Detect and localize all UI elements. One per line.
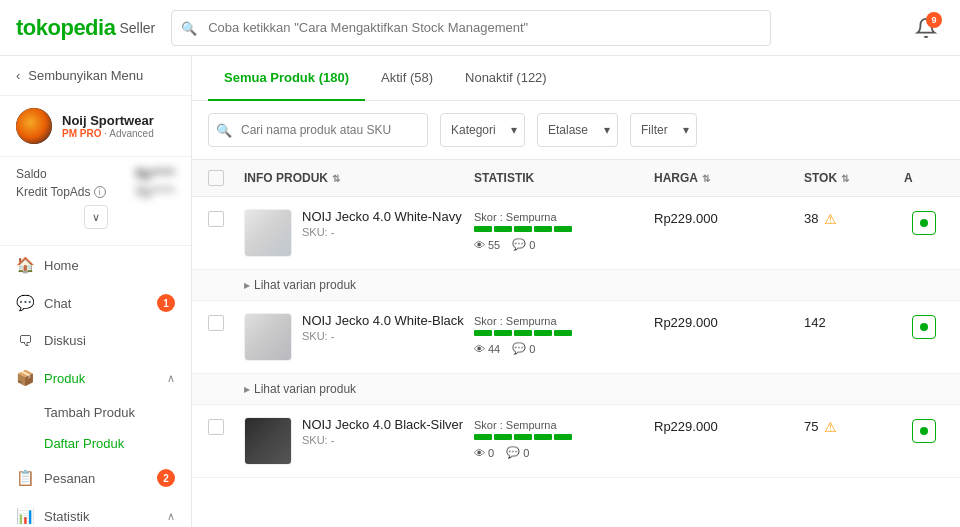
kategori-select-wrap: Kategori: [440, 113, 525, 147]
sidebar-item-diskusi-label: Diskusi: [44, 333, 86, 348]
row3-action-btn[interactable]: [912, 419, 936, 443]
warning-icon: ⚠: [824, 211, 837, 227]
varian-row-1: Lihat varian produk: [192, 270, 960, 301]
sidebar-item-diskusi[interactable]: 🗨 Diskusi: [0, 322, 191, 359]
varian-btn-1[interactable]: Lihat varian produk: [244, 278, 944, 292]
th-harga: HARGA ⇅: [654, 170, 804, 186]
sidebar-item-produk[interactable]: 📦 Produk ∧: [0, 359, 191, 397]
row1-chat: 💬 0: [512, 238, 535, 251]
sidebar-toggle[interactable]: ‹ Sembunyikan Menu: [0, 56, 191, 96]
row2-product-sku: SKU: -: [302, 330, 474, 342]
varian-btn-2[interactable]: Lihat varian produk: [244, 382, 944, 396]
search-input[interactable]: [171, 10, 771, 46]
sidebar: ‹ Sembunyikan Menu Noij Sportwear PM PRO…: [0, 56, 192, 527]
row1-stats: Skor : Sempurna 👁 55 💬 0: [474, 209, 654, 251]
table-row: NOIJ Jecko 4.0 Black-Silver SKU: - Skor …: [192, 405, 960, 478]
eye-icon: 👁: [474, 343, 485, 355]
etalase-select-wrap: Etalase: [537, 113, 618, 147]
sidebar-item-statistik-label: Statistik: [44, 509, 90, 524]
row1-stats-meta: 👁 55 💬 0: [474, 238, 654, 251]
tab-nonaktif[interactable]: Nonaktif (122): [449, 56, 563, 101]
row2-score-bar: [474, 330, 654, 336]
row2-checkbox[interactable]: [208, 315, 224, 331]
bar-seg: [534, 330, 552, 336]
filter-select[interactable]: Filter: [630, 113, 697, 147]
produk-icon: 📦: [16, 369, 34, 387]
bar-seg: [534, 434, 552, 440]
header-checkbox-cell: [208, 170, 244, 186]
bar-seg: [534, 226, 552, 232]
kategori-select[interactable]: Kategori: [440, 113, 525, 147]
sidebar-item-produk-label: Produk: [44, 371, 85, 386]
row1-action-btn[interactable]: [912, 211, 936, 235]
logo-brand: tokopedia: [16, 15, 115, 41]
avatar: [16, 108, 52, 144]
bar-seg: [514, 330, 532, 336]
row2-stats: Skor : Sempurna 👁 44 💬 0: [474, 313, 654, 355]
home-icon: 🏠: [16, 256, 34, 274]
produk-chevron-icon: ∧: [167, 372, 175, 385]
sidebar-item-chat[interactable]: 💬 Chat 1: [0, 284, 191, 322]
product-search-input[interactable]: [208, 113, 428, 147]
bar-seg: [554, 226, 572, 232]
sort-stok-icon[interactable]: ⇅: [841, 173, 849, 184]
sidebar-item-statistik[interactable]: 📊 Statistik ∧: [0, 497, 191, 527]
chat-stat-icon: 💬: [512, 342, 526, 355]
tab-semua[interactable]: Semua Produk (180): [208, 56, 365, 101]
row1-checkbox-cell: [208, 209, 244, 227]
row1-checkbox[interactable]: [208, 211, 224, 227]
row2-product-name: NOIJ Jecko 4.0 White-Black: [302, 313, 474, 328]
sidebar-toggle-label: Sembunyikan Menu: [28, 68, 143, 83]
pesanan-icon: 📋: [16, 469, 34, 487]
notification-button[interactable]: 9: [908, 10, 944, 46]
store-badge: PM PRO · Advanced: [62, 128, 154, 139]
row2-stats-meta: 👁 44 💬 0: [474, 342, 654, 355]
row1-views: 👁 55: [474, 238, 500, 251]
bar-seg: [474, 434, 492, 440]
search-icon: 🔍: [181, 20, 197, 35]
row3-score-bar: [474, 434, 654, 440]
kredit-row: Kredit TopAds i Rp*****: [16, 185, 175, 199]
action-dot-inner: [920, 219, 928, 227]
row3-price: Rp229.000: [654, 417, 804, 434]
sidebar-item-home-label: Home: [44, 258, 79, 273]
app-header: tokopedia Seller 🔍 9: [0, 0, 960, 56]
row1-stock: 38 ⚠: [804, 209, 904, 227]
sort-harga-icon[interactable]: ⇅: [702, 173, 710, 184]
tab-aktif[interactable]: Aktif (58): [365, 56, 449, 101]
row2-stock-value: 142: [804, 315, 826, 330]
eye-icon: 👁: [474, 447, 485, 459]
sidebar-item-home[interactable]: 🏠 Home: [0, 246, 191, 284]
sidebar-item-pesanan[interactable]: 📋 Pesanan 2: [0, 459, 191, 497]
row3-product-name: NOIJ Jecko 4.0 Black-Silver: [302, 417, 474, 432]
th-aksi: A: [904, 170, 944, 186]
row3-stock-value: 75: [804, 419, 818, 434]
row3-product-thumb: [244, 417, 292, 465]
row2-action-btn[interactable]: [912, 315, 936, 339]
store-info: Noij Sportwear PM PRO · Advanced: [0, 96, 191, 157]
sidebar-subitem-tambah-produk[interactable]: Tambah Produk: [0, 397, 191, 428]
eye-icon: 👁: [474, 239, 485, 251]
chat-badge: 1: [157, 294, 175, 312]
diskusi-icon: 🗨: [16, 332, 34, 349]
filter-select-wrap: Filter: [630, 113, 697, 147]
row2-action: [904, 313, 944, 339]
row3-action: [904, 417, 944, 443]
chevron-down-icon[interactable]: ∨: [84, 205, 108, 229]
sort-info-icon[interactable]: ⇅: [332, 173, 340, 184]
row1-score-label: Skor : Sempurna: [474, 211, 654, 223]
table-row: NOIJ Jecko 4.0 White-Black SKU: - Skor :…: [192, 301, 960, 374]
info-icon[interactable]: i: [94, 186, 106, 198]
row2-views: 👁 44: [474, 342, 500, 355]
row2-stock: 142: [804, 313, 904, 330]
dropdown-btn: ∨: [16, 199, 175, 235]
sidebar-item-chat-label: Chat: [44, 296, 71, 311]
row1-product-details: NOIJ Jecko 4.0 White-Navy SKU: -: [302, 209, 474, 244]
etalase-select[interactable]: Etalase: [537, 113, 618, 147]
select-all-checkbox[interactable]: [208, 170, 224, 186]
row3-checkbox[interactable]: [208, 419, 224, 435]
main-content: Semua Produk (180) Aktif (58) Nonaktif (…: [192, 56, 960, 527]
sidebar-subitem-daftar-produk[interactable]: Daftar Produk: [0, 428, 191, 459]
row3-chat: 💬 0: [506, 446, 529, 459]
global-search: 🔍: [171, 10, 771, 46]
